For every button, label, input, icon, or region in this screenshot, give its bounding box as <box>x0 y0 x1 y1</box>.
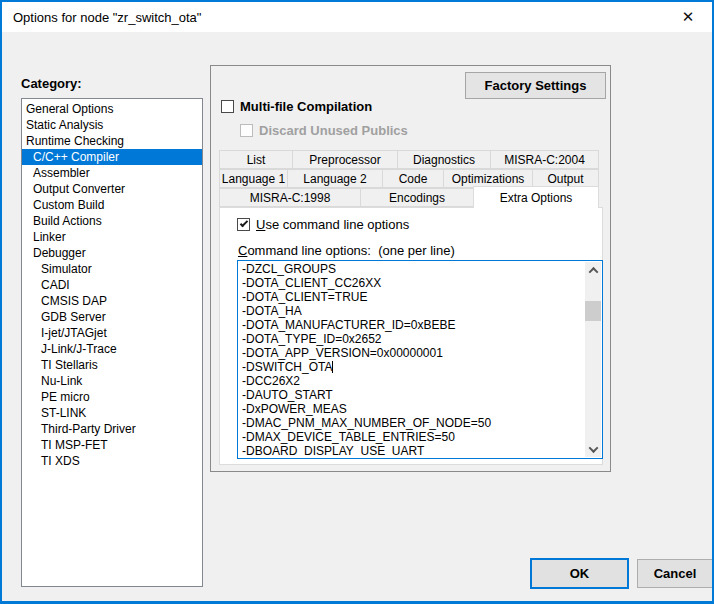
scroll-down-button[interactable] <box>585 441 601 457</box>
category-item-pe-micro[interactable]: PE micro <box>22 389 202 405</box>
tab-row-1: ListPreprocessorDiagnosticsMISRA-C:2004 <box>219 150 599 169</box>
category-item-output-converter[interactable]: Output Converter <box>22 181 202 197</box>
factory-settings-label: Factory Settings <box>485 78 587 93</box>
category-item-ti-stellaris[interactable]: TI Stellaris <box>22 357 202 373</box>
ok-button-label: OK <box>570 566 590 581</box>
tab-list[interactable]: List <box>219 150 293 169</box>
text-caret <box>332 361 333 373</box>
category-item-build-actions[interactable]: Build Actions <box>22 213 202 229</box>
category-item-linker[interactable]: Linker <box>22 229 202 245</box>
multi-file-compilation-label[interactable]: Multi-file Compilation <box>240 99 372 114</box>
command-line-option: -DBOARD_DISPLAY_USE_UART <box>242 444 584 457</box>
factory-settings-button[interactable]: Factory Settings <box>465 72 606 99</box>
discard-unused-publics-checkbox <box>240 124 253 137</box>
command-line-option: -DCC26X2 <box>242 374 584 388</box>
title-bar: Options for node "zr_switch_ota" ✕ <box>2 2 712 32</box>
discard-unused-publics-checkbox-row: Discard Unused Publics <box>240 123 408 138</box>
tab-misra-c-1998[interactable]: MISRA-C:1998 <box>219 188 361 207</box>
cancel-button-label: Cancel <box>654 566 697 581</box>
category-item-simulator[interactable]: Simulator <box>22 261 202 277</box>
checkmark-icon <box>239 219 247 227</box>
category-item-third-party-driver[interactable]: Third-Party Driver <box>22 421 202 437</box>
tab-language-2[interactable]: Language 2 <box>287 169 383 188</box>
tab-code[interactable]: Code <box>382 169 444 188</box>
command-line-option: -DMAX_DEVICE_TABLE_ENTRIES=50 <box>242 430 584 444</box>
category-item-gdb-server[interactable]: GDB Server <box>22 309 202 325</box>
tab-language-1[interactable]: Language 1 <box>219 169 288 188</box>
tab-misra-c-2004[interactable]: MISRA-C:2004 <box>490 150 599 169</box>
command-line-option: -DSWITCH_OTA <box>242 360 584 374</box>
category-item-c-c-compiler[interactable]: C/C++ Compiler <box>22 149 202 165</box>
discard-unused-publics-label: Discard Unused Publics <box>259 123 408 138</box>
scroll-up-button[interactable] <box>585 262 601 278</box>
category-item-assembler[interactable]: Assembler <box>22 165 202 181</box>
command-line-option: -DOTA_MANUFACTURER_ID=0xBEBE <box>242 318 584 332</box>
use-command-line-options-row[interactable]: Use command line options <box>237 217 409 232</box>
cancel-button[interactable]: Cancel <box>637 559 713 588</box>
options-dialog-window: Options for node "zr_switch_ota" ✕ Categ… <box>0 0 714 604</box>
category-item-debugger[interactable]: Debugger <box>22 245 202 261</box>
category-item-static-analysis[interactable]: Static Analysis <box>22 117 202 133</box>
category-item-ti-msp-fet[interactable]: TI MSP-FET <box>22 437 202 453</box>
tab-row-3: MISRA-C:1998EncodingsExtra Options <box>219 188 599 207</box>
ok-button[interactable]: OK <box>530 558 629 589</box>
use-command-line-options-checkbox[interactable] <box>237 218 250 231</box>
chevron-up-icon <box>588 266 598 276</box>
command-line-option: -DOTA_CLIENT=TRUE <box>242 290 584 304</box>
use-command-line-options-label[interactable]: Use command line options <box>256 217 409 232</box>
category-listbox[interactable]: General OptionsStatic AnalysisRuntime Ch… <box>21 98 203 587</box>
tab-extra-options[interactable]: Extra Options <box>473 186 599 208</box>
chevron-down-icon <box>588 443 598 453</box>
command-line-option: -DZCL_GROUPS <box>242 262 584 276</box>
category-item-i-jet-jtagjet[interactable]: I-jet/JTAGjet <box>22 325 202 341</box>
category-item-custom-build[interactable]: Custom Build <box>22 197 202 213</box>
category-item-general-options[interactable]: General Options <box>22 101 202 117</box>
tab-encodings[interactable]: Encodings <box>360 188 474 207</box>
category-item-runtime-checking[interactable]: Runtime Checking <box>22 133 202 149</box>
command-line-option: -DOTA_TYPE_ID=0x2652 <box>242 332 584 346</box>
category-label: Category: <box>21 76 82 91</box>
category-item-nu-link[interactable]: Nu-Link <box>22 373 202 389</box>
close-button[interactable]: ✕ <box>670 4 706 30</box>
category-item-st-link[interactable]: ST-LINK <box>22 405 202 421</box>
window-title: Options for node "zr_switch_ota" <box>13 10 201 25</box>
command-line-option: -DOTA_CLIENT_CC26XX <box>242 276 584 290</box>
close-icon: ✕ <box>682 8 695 26</box>
command-line-option: -DMAC_PNM_MAX_NUMBER_OF_NODE=50 <box>242 416 584 430</box>
category-item-cmsis-dap[interactable]: CMSIS DAP <box>22 293 202 309</box>
command-line-option: -DxPOWER_MEAS <box>242 402 584 416</box>
command-line-options-textarea[interactable]: -DZCL_GROUPS-DOTA_CLIENT_CC26XX-DOTA_CLI… <box>237 260 603 459</box>
category-item-ti-xds[interactable]: TI XDS <box>22 453 202 469</box>
command-line-option: -DOTA_APP_VERSION=0x00000001 <box>242 346 584 360</box>
category-item-j-link-j-trace[interactable]: J-Link/J-Trace <box>22 341 202 357</box>
command-line-option: -DOTA_HA <box>242 304 584 318</box>
tab-diagnostics[interactable]: Diagnostics <box>397 150 491 169</box>
editor-scrollbar[interactable] <box>585 262 601 457</box>
scrollbar-thumb[interactable] <box>585 301 601 321</box>
category-item-cadi[interactable]: CADI <box>22 277 202 293</box>
command-line-options-label: Command line options: (one per line) <box>238 243 455 258</box>
command-line-option: -DAUTO_START <box>242 388 584 402</box>
tab-preprocessor[interactable]: Preprocessor <box>292 150 398 169</box>
multi-file-compilation-checkbox-row[interactable]: Multi-file Compilation <box>221 99 372 114</box>
command-line-options-text: -DZCL_GROUPS-DOTA_CLIENT_CC26XX-DOTA_CLI… <box>242 262 584 457</box>
multi-file-compilation-checkbox[interactable] <box>221 100 234 113</box>
